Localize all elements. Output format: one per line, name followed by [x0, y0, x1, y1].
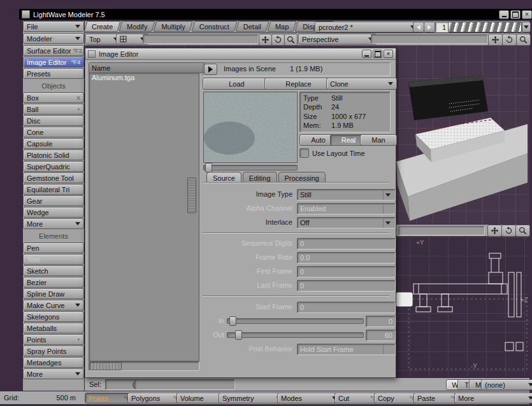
alpha-channel-label: Alpha Channel: [203, 204, 292, 212]
hscrollbar-thumb[interactable]: [90, 362, 122, 370]
sidebar-item-presets[interactable]: Presets: [23, 68, 84, 79]
window-titlebar[interactable]: LightWave Modeler 7.5 ×: [19, 9, 532, 20]
layer-bank[interactable]: [448, 22, 522, 32]
top-viewport-title-bar[interactable]: [143, 34, 259, 44]
use-layout-time-checkbox[interactable]: [299, 148, 309, 158]
image-list[interactable]: Aluminum.tga: [89, 73, 199, 361]
image-type-dropdown[interactable]: Still: [297, 189, 396, 200]
tab-modify[interactable]: Modify: [120, 21, 154, 32]
sidebar-item-ball[interactable]: Ball+: [23, 104, 84, 115]
sidebar-item-metaballs[interactable]: Metaballs: [23, 323, 84, 333]
sidebar-item-equilateral-tri[interactable]: Equilateral Tri: [23, 184, 84, 195]
pan-view-button[interactable]: [259, 34, 272, 46]
replace-button[interactable]: Replace: [264, 78, 333, 90]
sidebar-item-make-curve[interactable]: Make Curve: [23, 300, 84, 311]
zoom-view-button[interactable]: [516, 34, 531, 46]
sidebar-item-metaedges[interactable]: Metaedges: [23, 357, 84, 368]
sidebar-item-more-objects[interactable]: More: [23, 218, 84, 229]
sidebar-item-bezier[interactable]: Bezier: [23, 277, 84, 288]
object-selector-dropdown[interactable]: pcrouter2 *: [315, 22, 419, 32]
sidebar-item-superquadric[interactable]: SuperQuadric: [23, 161, 84, 172]
sidebar-item-gear[interactable]: Gear: [23, 195, 84, 206]
tab-construct[interactable]: Construct: [193, 21, 236, 32]
layer-options-button[interactable]: [522, 22, 531, 32]
tab-create[interactable]: Create: [85, 21, 119, 32]
sidebar-item-image-editor[interactable]: Image EditorºF4: [23, 57, 84, 67]
slider-handle[interactable]: [235, 330, 242, 340]
rotate-view-button[interactable]: [501, 225, 516, 237]
expand-button[interactable]: [204, 64, 217, 75]
modeler-menu[interactable]: Modeler: [23, 33, 84, 44]
dialog-minimize-button[interactable]: [362, 50, 371, 58]
sidebar-item-text[interactable]: Text: [23, 254, 84, 265]
start-frame-field: 0: [297, 302, 396, 313]
rotate-icon: [505, 36, 514, 44]
image-list-scrollbar[interactable]: [187, 178, 196, 213]
maximize-button[interactable]: [510, 10, 521, 19]
sidebar-item-surface-editor[interactable]: Surface EditorºF3: [23, 45, 84, 56]
window-title: LightWave Modeler 7.5: [33, 11, 105, 18]
bottom-command-row: Grid: 500 m PointsºG PolygonsºH Volume S…: [0, 391, 529, 404]
image-list-header[interactable]: Name: [89, 62, 205, 73]
sidebar-item-points[interactable]: Points+: [23, 334, 84, 345]
next-object-button[interactable]: [424, 22, 435, 32]
out-slider[interactable]: [227, 332, 364, 338]
pan-view-button[interactable]: [488, 34, 503, 46]
rotate-view-button[interactable]: [502, 34, 517, 46]
time-mode-man-button[interactable]: Man: [360, 134, 397, 146]
selection-status-row: Sel: 0 W T M (none): [85, 378, 529, 391]
polygons-mode-button[interactable]: PolygonsºH: [127, 393, 183, 403]
clone-dropdown-button[interactable]: Clone: [326, 78, 397, 90]
tab-multiply[interactable]: Multiply: [155, 21, 191, 32]
perspective-view-dropdown[interactable]: Perspective: [298, 34, 377, 45]
sidebar-item-gemstone-tool[interactable]: Gemstone Tool: [23, 172, 84, 183]
dialog-close-button[interactable]: ×: [384, 50, 393, 58]
zoom-view-button[interactable]: [515, 225, 530, 237]
image-info-panel: TypeStill Depth24 Size1000 x 677 Mem:1.9…: [299, 92, 391, 132]
file-menu[interactable]: File: [23, 21, 84, 32]
prev-object-button[interactable]: [413, 22, 424, 32]
sidebar-item-cone[interactable]: Cone: [23, 127, 84, 137]
more-dropdown[interactable]: More: [454, 393, 532, 403]
pan-icon: [261, 36, 270, 44]
sidebar-item-platonic-solid[interactable]: Platonic Solid: [23, 150, 84, 160]
sidebar-item-pen[interactable]: Pen: [23, 242, 84, 253]
image-list-hscrollbar[interactable]: [89, 361, 199, 371]
image-list-item[interactable]: Aluminum.tga: [89, 73, 199, 82]
sidebar-item-spray-points[interactable]: Spray Points: [23, 346, 84, 356]
image-preview[interactable]: [203, 92, 298, 163]
back-viewport-title-bar[interactable]: [398, 226, 485, 235]
minimize-button[interactable]: [499, 10, 509, 19]
load-button[interactable]: Load: [203, 78, 271, 90]
minimize-icon: [364, 55, 369, 57]
tab-map[interactable]: Map: [269, 21, 295, 32]
tab-row: Create Modify Multiply Construct Detail …: [85, 21, 529, 32]
in-slider[interactable]: [227, 318, 364, 324]
tab-detail[interactable]: Detail: [237, 21, 268, 32]
sidebar-item-disc[interactable]: Disc: [23, 115, 84, 126]
sidebar-item-capsule[interactable]: Capsule: [23, 138, 84, 149]
paste-button[interactable]: PasteºV: [413, 393, 461, 403]
sidebar-item-skelegons[interactable]: Skelegons: [23, 311, 84, 322]
sidebar-item-wedge[interactable]: Wedge: [23, 207, 84, 218]
preview-frame-slider[interactable]: [203, 165, 298, 171]
image-editor-titlebar[interactable]: Image Editor ×: [85, 48, 396, 60]
close-button[interactable]: ×: [522, 10, 532, 19]
perspective-viewport-title-bar[interactable]: [371, 34, 488, 44]
volume-mode-button[interactable]: Volume: [176, 393, 225, 403]
sidebar-item-sketch[interactable]: Sketch: [23, 265, 84, 276]
chevron-down-icon: [75, 222, 80, 225]
sidebar-item-box[interactable]: BoxX: [23, 92, 84, 103]
symmetry-toggle[interactable]: SymmetryY: [219, 393, 284, 403]
vmap-selector-dropdown[interactable]: (none): [481, 379, 532, 390]
sidebar-item-spline-draw[interactable]: Spline Draw: [23, 288, 84, 299]
zoom-view-button[interactable]: [284, 34, 298, 46]
interlace-dropdown[interactable]: Off: [297, 217, 396, 228]
slider-handle[interactable]: [229, 316, 236, 326]
pan-view-button[interactable]: [487, 225, 502, 237]
modes-dropdown[interactable]: Modes: [277, 393, 341, 403]
rotate-view-button[interactable]: [271, 34, 285, 46]
slider-handle[interactable]: [205, 163, 212, 172]
sidebar-item-more-elements[interactable]: More: [23, 368, 84, 379]
dialog-maximize-button[interactable]: [373, 50, 382, 58]
